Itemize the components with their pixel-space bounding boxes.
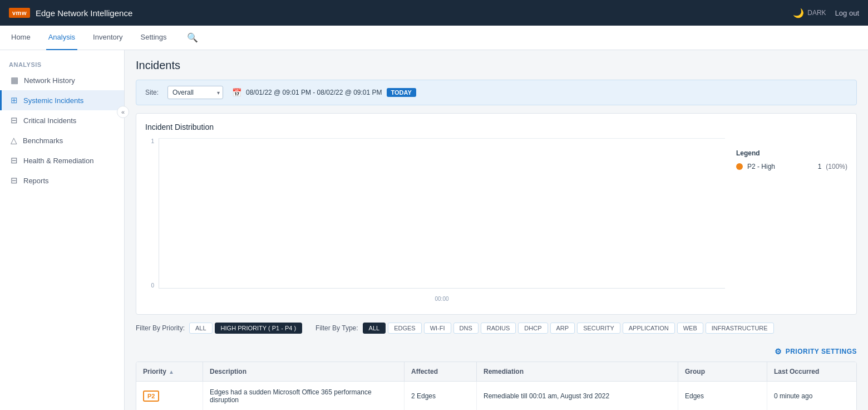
type-chip-dns[interactable]: DNS: [453, 323, 479, 334]
type-chip-wifi[interactable]: WI-FI: [424, 323, 451, 334]
chart-plot: 1 0 00:00: [145, 138, 725, 305]
legend-label-p2: P2 - High: [747, 163, 775, 170]
systemic-incidents-icon: ⊞: [11, 95, 18, 105]
priority-badge: P2: [143, 391, 159, 402]
type-filter-label: Filter By Type:: [315, 324, 358, 332]
critical-incidents-icon: ⊟: [11, 115, 18, 125]
nav-home[interactable]: Home: [9, 26, 33, 50]
sidebar-item-network-history[interactable]: ▦ Network History: [0, 70, 124, 90]
chart-bars-area: [159, 138, 725, 289]
nav-inventory[interactable]: Inventory: [91, 26, 125, 50]
type-chip-infrastructure[interactable]: INFRASTRUCTURE: [706, 323, 774, 334]
benchmarks-icon: △: [11, 135, 17, 145]
th-affected: Affected: [405, 362, 477, 381]
priority-settings-label: PRIORITY SETTINGS: [786, 348, 857, 355]
site-label: Site:: [145, 89, 159, 96]
td-remediation-text: Remediable till 00:01 am, August 3rd 202…: [484, 392, 609, 400]
nav-settings[interactable]: Settings: [139, 26, 169, 50]
nav-analysis[interactable]: Analysis: [46, 26, 77, 50]
sidebar-item-label: Benchmarks: [23, 136, 63, 145]
td-affected-text: 2 Edges: [411, 392, 436, 400]
sidebar-section-label: Analysis: [0, 57, 124, 70]
th-last-occurred: Last Occurred: [767, 362, 856, 381]
legend-dot-p2: [736, 163, 743, 170]
sidebar-item-systemic-incidents[interactable]: ⊞ Systemic Incidents: [0, 90, 124, 110]
top-bar-right: 🌙 DARK Log out: [793, 8, 859, 18]
incidents-table: Priority ▲ Description Affected Remediat…: [136, 362, 857, 410]
sidebar-item-reports[interactable]: ⊟ Reports: [0, 170, 124, 191]
reports-icon: ⊟: [11, 175, 18, 186]
app-title: Edge Network Intelligence: [36, 8, 132, 18]
sidebar-item-label: Reports: [23, 177, 49, 185]
top-bar-left: vmw Edge Network Intelligence: [9, 8, 132, 18]
td-description: Edges had a sudden Microsoft Office 365 …: [203, 382, 405, 410]
y-label-0: 0: [151, 282, 154, 289]
priority-filter-label: Filter By Priority:: [136, 324, 185, 332]
date-range-text: 08/01/22 @ 09:01 PM - 08/02/22 @ 09:01 P…: [246, 89, 382, 96]
priority-settings-button[interactable]: ⚙ PRIORITY SETTINGS: [775, 347, 857, 356]
priority-filter-group: Filter By Priority: ALL HIGH PRIORITY ( …: [136, 323, 302, 334]
td-last-occurred-text: 0 minute ago: [774, 392, 812, 400]
top-bar: vmw Edge Network Intelligence 🌙 DARK Log…: [0, 0, 868, 26]
chart-y-axis: 1 0: [145, 138, 156, 289]
sidebar-item-label: Critical Incidents: [23, 116, 76, 125]
chart-x-label: 00:00: [159, 296, 725, 302]
sidebar-item-label: Health & Remediation: [23, 157, 93, 165]
gear-icon: ⚙: [775, 347, 782, 356]
legend-pct-p2: (100%): [826, 163, 847, 170]
th-group-label: Group: [685, 368, 705, 375]
filter-bar: Site: Overall ▾ 📅 08/01/22 @ 09:01 PM - …: [136, 80, 857, 105]
secondary-nav: Home Analysis Inventory Settings 🔍: [0, 26, 868, 50]
health-remediation-icon: ⊟: [11, 155, 18, 165]
priority-chip-all[interactable]: ALL: [189, 323, 213, 334]
site-select[interactable]: Overall: [167, 86, 223, 99]
dark-mode-toggle[interactable]: 🌙 DARK: [793, 8, 826, 18]
th-priority-label: Priority: [143, 368, 166, 375]
td-last-occurred: 0 minute ago: [767, 382, 856, 410]
td-description-text: Edges had a sudden Microsoft Office 365 …: [210, 388, 397, 404]
gridline-top: [159, 138, 725, 139]
legend-count-p2: 1: [818, 163, 822, 170]
type-chip-web[interactable]: WEB: [677, 323, 703, 334]
chart-area: 1 0 00:00 Legend P2 - High: [145, 138, 847, 305]
type-chip-radius[interactable]: RADIUS: [481, 323, 516, 334]
network-history-icon: ▦: [11, 75, 18, 85]
sidebar-item-label: Systemic Incidents: [23, 96, 83, 105]
sidebar: « Analysis ▦ Network History ⊞ Systemic …: [0, 50, 125, 410]
type-chips: ALL EDGES WI-FI DNS RADIUS DHCP ARP SECU…: [363, 323, 774, 334]
legend-title: Legend: [736, 149, 847, 157]
type-chip-arp[interactable]: ARP: [550, 323, 575, 334]
site-select-wrapper: Overall ▾: [167, 86, 223, 99]
th-priority[interactable]: Priority ▲: [136, 362, 203, 381]
table-row[interactable]: P2 Edges had a sudden Microsoft Office 3…: [136, 382, 856, 410]
y-label-1: 1: [151, 138, 154, 144]
sidebar-item-critical-incidents[interactable]: ⊟ Critical Incidents: [0, 110, 124, 130]
sidebar-item-label: Network History: [24, 76, 75, 85]
table-header: Priority ▲ Description Affected Remediat…: [136, 362, 856, 382]
moon-icon: 🌙: [793, 8, 804, 18]
today-badge[interactable]: TODAY: [387, 88, 416, 97]
type-chip-all[interactable]: ALL: [363, 323, 386, 334]
sort-icon-priority: ▲: [169, 369, 174, 375]
type-chip-security[interactable]: SECURITY: [577, 323, 620, 334]
vmw-logo: vmw: [9, 8, 30, 18]
th-last-occurred-label: Last Occurred: [774, 368, 819, 375]
logout-button[interactable]: Log out: [835, 9, 859, 17]
td-group: Edges: [678, 382, 767, 410]
td-group-text: Edges: [685, 392, 704, 400]
dark-label: DARK: [807, 9, 826, 17]
search-icon[interactable]: 🔍: [187, 32, 198, 43]
sidebar-item-benchmarks[interactable]: △ Benchmarks: [0, 130, 124, 150]
page-title: Incidents: [136, 59, 857, 72]
content-area: Incidents Site: Overall ▾ 📅 08/01/22 @ 0…: [125, 50, 868, 410]
date-range: 📅 08/01/22 @ 09:01 PM - 08/02/22 @ 09:01…: [232, 88, 416, 97]
type-chip-edges[interactable]: EDGES: [388, 323, 422, 334]
td-affected: 2 Edges: [405, 382, 477, 410]
collapse-button[interactable]: «: [117, 106, 129, 118]
th-remediation: Remediation: [477, 362, 678, 381]
main-layout: « Analysis ▦ Network History ⊞ Systemic …: [0, 50, 868, 410]
sidebar-item-health-remediation[interactable]: ⊟ Health & Remediation: [0, 150, 124, 170]
type-chip-dhcp[interactable]: DHCP: [518, 323, 548, 334]
type-chip-application[interactable]: APPLICATION: [623, 323, 675, 334]
priority-chip-high[interactable]: HIGH PRIORITY ( P1 - P4 ): [215, 323, 303, 334]
